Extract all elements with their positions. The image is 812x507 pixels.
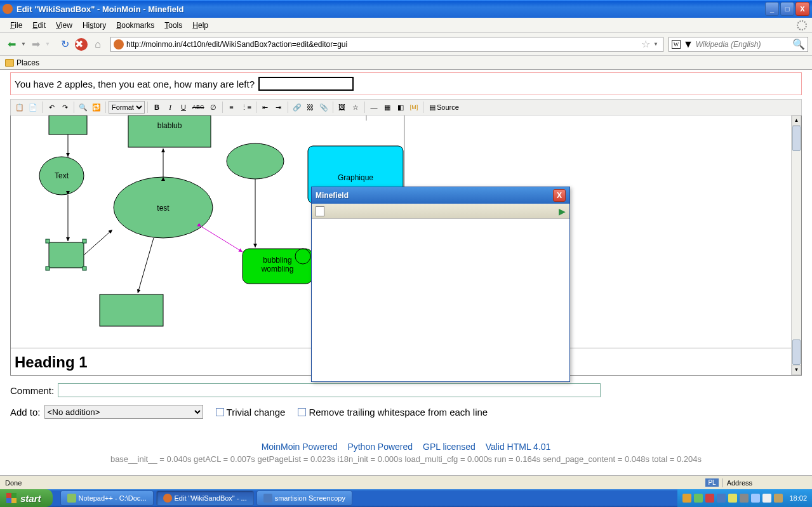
- footer-link[interactable]: MoinMoin Powered: [262, 442, 338, 452]
- search-icon[interactable]: 🔍: [792, 38, 805, 50]
- url-bar[interactable]: ☆ ▼: [110, 37, 663, 52]
- menu-file[interactable]: File: [5, 19, 27, 32]
- footer-link[interactable]: GPL licensed: [423, 442, 476, 452]
- remove-whitespace-checkbox[interactable]: Remove trailing whitespace from each lin…: [298, 407, 488, 418]
- system-tray[interactable]: 18:02: [677, 489, 812, 507]
- window-close-button[interactable]: X: [795, 2, 809, 16]
- clock[interactable]: 18:02: [789, 494, 807, 502]
- question-box: You have 2 apples, then you eat one, how…: [10, 72, 802, 95]
- smiley-icon[interactable]: ☆: [349, 101, 362, 114]
- tray-icon[interactable]: [705, 494, 714, 503]
- bookmark-places[interactable]: Places: [17, 58, 39, 67]
- italic-button[interactable]: I: [164, 101, 176, 114]
- window-minimize-button[interactable]: _: [765, 2, 779, 16]
- bold-button[interactable]: B: [150, 101, 163, 114]
- search-engine-dropdown[interactable]: ▼: [683, 39, 693, 50]
- format-select[interactable]: Format: [109, 101, 145, 114]
- footer-link[interactable]: Valid HTML 4.01: [486, 442, 551, 452]
- popup-close-button[interactable]: X: [553, 189, 566, 202]
- taskbar-item[interactable]: Notepad++ - C:\Doc...: [60, 491, 154, 506]
- menubar: File Edit View History Bookmarks Tools H…: [0, 18, 812, 33]
- language-indicator[interactable]: PL: [705, 478, 718, 487]
- taskbar: start Notepad++ - C:\Doc... Edit "WikiSa…: [0, 489, 812, 507]
- ordered-list-icon[interactable]: ≡: [225, 101, 238, 114]
- scroll-thumb-2[interactable]: [792, 339, 801, 365]
- editor-scrollbar[interactable]: ▲ ▼: [791, 115, 801, 375]
- svg-text:test: test: [157, 204, 170, 213]
- bookmark-star-icon[interactable]: ☆: [641, 38, 650, 50]
- search-engine-icon[interactable]: W: [672, 40, 681, 49]
- footer-link[interactable]: Python Powered: [347, 442, 413, 452]
- strike-button[interactable]: ABC: [190, 101, 206, 114]
- question-answer-input[interactable]: [258, 77, 354, 91]
- stop-button[interactable]: ✖: [74, 37, 89, 52]
- addto-select[interactable]: <No addition>: [44, 405, 203, 419]
- checkbox-icon[interactable]: [298, 408, 306, 416]
- window-maximize-button[interactable]: □: [780, 2, 794, 16]
- popup-dialog[interactable]: Minefield X ▶: [311, 187, 570, 382]
- tray-icon[interactable]: [751, 494, 760, 503]
- trivial-change-checkbox[interactable]: Trivial change: [216, 407, 286, 418]
- menu-bookmarks[interactable]: Bookmarks: [111, 19, 159, 32]
- hr-icon[interactable]: —: [368, 101, 380, 114]
- source-button[interactable]: ▤Source: [426, 101, 462, 114]
- go-icon[interactable]: ▶: [559, 206, 566, 216]
- comment-label: Comment:: [10, 385, 54, 396]
- search-input[interactable]: [696, 40, 792, 49]
- search-box[interactable]: W ▼ 🔍: [669, 37, 808, 52]
- svg-line-24: [138, 238, 154, 293]
- tray-icon[interactable]: [717, 494, 726, 503]
- svg-rect-1: [128, 115, 211, 147]
- document-icon[interactable]: [316, 206, 324, 216]
- find-icon[interactable]: 🔍: [77, 101, 90, 114]
- link-icon[interactable]: 🔗: [291, 101, 303, 114]
- paste-icon[interactable]: 📄: [27, 101, 39, 114]
- unlink-icon[interactable]: ⛓: [304, 101, 317, 114]
- scroll-up-icon[interactable]: ▲: [792, 115, 801, 126]
- redo-icon[interactable]: ↷: [58, 101, 71, 114]
- menu-edit[interactable]: Edit: [27, 19, 51, 32]
- menu-history[interactable]: History: [77, 19, 111, 32]
- undo-icon[interactable]: ↶: [45, 101, 58, 114]
- menu-help[interactable]: Help: [187, 19, 213, 32]
- popup-titlebar[interactable]: Minefield X: [312, 187, 569, 204]
- menu-tools[interactable]: Tools: [159, 19, 187, 32]
- menu-view[interactable]: View: [51, 19, 77, 32]
- special-char-icon[interactable]: ◧: [394, 101, 407, 114]
- back-button[interactable]: ⬅: [4, 37, 19, 52]
- tray-icon[interactable]: [740, 494, 749, 503]
- indent-icon[interactable]: ⇥: [272, 101, 285, 114]
- tray-icon[interactable]: [694, 494, 703, 503]
- svg-rect-16: [83, 239, 86, 243]
- back-history-dropdown[interactable]: ▼: [20, 37, 27, 52]
- unordered-list-icon[interactable]: ⋮≡: [239, 101, 253, 114]
- url-dropdown-icon[interactable]: ▼: [651, 41, 660, 47]
- url-input[interactable]: [126, 40, 640, 49]
- tray-icon[interactable]: [762, 494, 771, 503]
- underline-button[interactable]: U: [177, 101, 190, 114]
- scroll-down-icon[interactable]: ▼: [792, 365, 801, 375]
- remove-format-icon[interactable]: ∅: [207, 101, 220, 114]
- editor-toolbar: 📋 📄 ↶ ↷ 🔍 🔁 Format B I U ABC ∅ ≡ ⋮≡ ⇤ ⇥ …: [10, 99, 802, 115]
- attachment-icon[interactable]: 📎: [317, 101, 330, 114]
- taskbar-item[interactable]: smartision Screencopy: [256, 491, 352, 506]
- svg-rect-14: [49, 242, 84, 268]
- table-icon[interactable]: ▦: [381, 101, 394, 114]
- tray-icon[interactable]: [728, 494, 737, 503]
- image-icon[interactable]: 🖼: [336, 101, 349, 114]
- svg-rect-15: [46, 239, 50, 243]
- copy-icon[interactable]: 📋: [13, 101, 26, 114]
- home-button[interactable]: ⌂: [90, 37, 105, 52]
- addto-row: Add to: <No addition> Trivial change Rem…: [10, 405, 802, 419]
- tray-icon[interactable]: [682, 494, 691, 503]
- outdent-icon[interactable]: ⇤: [259, 101, 272, 114]
- replace-icon[interactable]: 🔁: [90, 101, 103, 114]
- start-button[interactable]: start: [0, 489, 53, 507]
- checkbox-icon[interactable]: [216, 408, 224, 416]
- tray-icon[interactable]: [774, 494, 783, 503]
- taskbar-item[interactable]: Edit "WikiSandBox" - ...: [156, 491, 254, 506]
- comment-input[interactable]: [58, 383, 601, 397]
- macro-button[interactable]: [M]: [408, 101, 420, 114]
- reload-button[interactable]: ↻: [57, 37, 72, 52]
- scroll-thumb[interactable]: [792, 126, 801, 151]
